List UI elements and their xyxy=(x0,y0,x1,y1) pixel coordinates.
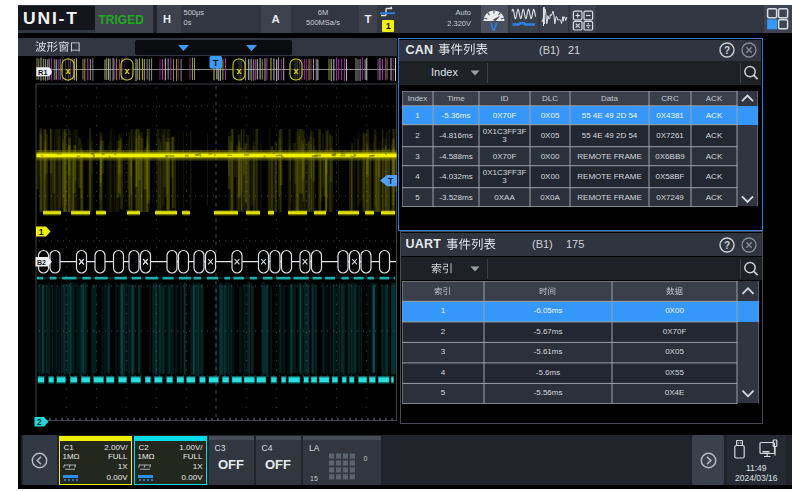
svg-text:0: 0 xyxy=(364,455,368,462)
svg-text:x: x xyxy=(236,66,241,76)
svg-text:T: T xyxy=(213,57,219,68)
svg-text:V: V xyxy=(490,21,498,32)
svg-text:?: ? xyxy=(724,45,730,56)
svg-text:x: x xyxy=(124,66,129,76)
svg-text:15: 15 xyxy=(310,475,318,482)
svg-text:B2: B2 xyxy=(37,259,46,266)
svg-text:?: ? xyxy=(724,239,730,250)
svg-text:T: T xyxy=(388,176,394,186)
svg-text:R1: R1 xyxy=(38,68,48,77)
svg-text:x: x xyxy=(293,66,298,76)
svg-text:2: 2 xyxy=(37,417,42,427)
svg-text:x: x xyxy=(65,66,70,76)
svg-text:1: 1 xyxy=(39,227,44,237)
